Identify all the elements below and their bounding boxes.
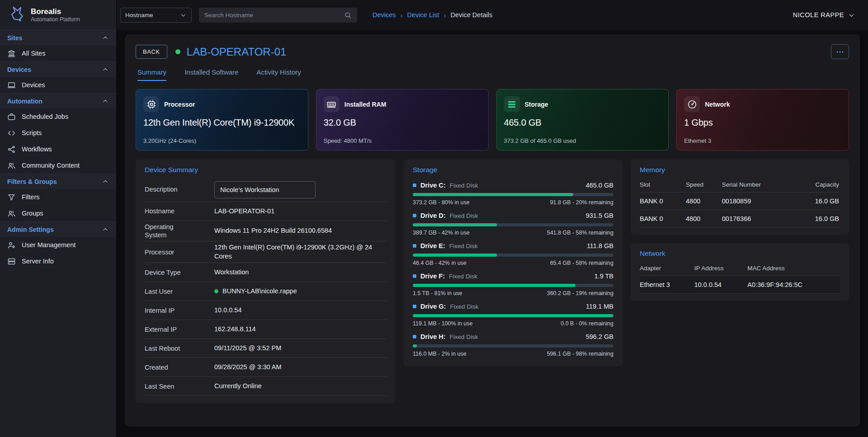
column-header: Slot — [640, 178, 686, 193]
tab-summary[interactable]: Summary — [137, 68, 166, 81]
stat-value: 12th Gen Intel(R) Core(TM) i9-12900K — [143, 117, 301, 128]
search-input[interactable] — [204, 12, 344, 19]
drive-bullet — [413, 244, 416, 248]
sidebar-item-label: Filters — [22, 193, 39, 201]
panel-title: Device Summary — [145, 166, 387, 174]
sidebar-section-devices[interactable]: Devices — [0, 61, 116, 77]
drive-type: Fixed Disk — [450, 334, 478, 340]
memory-capacity: 16.0 GB — [796, 193, 840, 210]
breadcrumb-devices[interactable]: Devices — [373, 11, 396, 19]
stat-value: 465.0 GB — [504, 117, 661, 128]
drive-remaining: 91.8 GB - 20% remaining — [550, 199, 613, 206]
sidebar-section-sites[interactable]: Sites — [0, 30, 116, 45]
summary-value: 12th Gen Intel(R) Core(TM) i9-12900K (3.… — [214, 243, 387, 261]
summary-value: 162.248.8.114 — [214, 325, 256, 334]
description-input[interactable] — [214, 181, 316, 198]
memory-panel: Memory Slot Speed Serial Number Capacity — [631, 160, 849, 235]
drive-bullet — [413, 335, 416, 338]
table-row: BANK 0 4800 00180859 16.0 GB — [640, 193, 840, 210]
sidebar-item-community-content[interactable]: Community Content — [0, 157, 116, 174]
summary-label: Created — [145, 363, 195, 371]
summary-value: LAB-OPERATOR-01 — [214, 207, 274, 216]
app-window: Borealis Automation Platform Sites All S… — [0, 0, 868, 437]
processor-card: Processor 12th Gen Intel(R) Core(TM) i9-… — [136, 89, 308, 150]
drive-used: 46.4 GB - 42% in use — [413, 260, 467, 266]
storage-panel: Storage Drive C: Fixed Disk 465.0 GB 373… — [404, 160, 623, 367]
back-button[interactable]: BACK — [136, 45, 167, 59]
stat-label: Processor — [164, 101, 195, 108]
summary-value: Windows 11 Pro 24H2 Build 26100.6584 — [214, 226, 332, 235]
sidebar-item-label: Workflows — [22, 146, 52, 153]
bank-icon — [7, 49, 16, 58]
drive-name: Drive G: — [420, 303, 446, 310]
sidebar-section-filters-groups[interactable]: Filters & Groups — [0, 174, 116, 189]
hostname-select[interactable]: Hostname — [120, 8, 192, 23]
summary-row-operating-system: Operating System Windows 11 Pro 24H2 Bui… — [145, 221, 387, 241]
section-label: Filters & Groups — [7, 178, 57, 185]
memory-slot: BANK 0 — [640, 193, 686, 210]
chevron-down-icon — [848, 11, 855, 19]
stacked-bars-icon — [504, 96, 520, 112]
network-adapter: Ethernet 3 — [640, 276, 694, 294]
summary-value: 09/11/2025 @ 3:52 PM — [214, 344, 281, 353]
sidebar-item-server-info[interactable]: Server Info — [0, 253, 116, 269]
breadcrumb-separator: › — [444, 11, 446, 19]
chevron-up-icon — [102, 178, 109, 185]
device-details-panel: BACK LAB-OPERATOR-01 Summary Installed S… — [125, 34, 860, 427]
table-row: Ethernet 3 10.0.0.54 A0:36:9F:94:26:5C — [640, 276, 840, 294]
chevron-up-icon — [102, 66, 109, 73]
sidebar: Borealis Automation Platform Sites All S… — [0, 0, 117, 437]
drive-used: 373.2 GB - 80% in use — [413, 199, 470, 206]
column-header: Speed — [686, 178, 722, 193]
sidebar-item-user-management[interactable]: User Management — [0, 237, 116, 253]
section-label: Devices — [7, 66, 31, 73]
memory-table: Slot Speed Serial Number Capacity BANK 0 — [640, 178, 840, 228]
server-icon — [7, 257, 16, 266]
column-header: Serial Number — [722, 178, 796, 193]
drive-size: 596.2 GB — [586, 333, 613, 340]
stat-footer: 373.2 GB of 465.0 GB used — [504, 137, 661, 144]
sidebar-item-scheduled-jobs[interactable]: Scheduled Jobs — [0, 108, 116, 125]
tab-activity-history[interactable]: Activity History — [256, 68, 301, 81]
column-header: MAC Address — [747, 261, 840, 276]
breadcrumb-device-list[interactable]: Device List — [407, 11, 439, 19]
summary-row-external-ip: External IP 162.248.8.114 — [145, 320, 387, 339]
section-label: Automation — [7, 98, 42, 105]
drive-type: Fixed Disk — [449, 243, 478, 249]
sidebar-item-all-sites[interactable]: All Sites — [0, 45, 116, 61]
sidebar-item-groups[interactable]: Groups — [0, 205, 116, 221]
sidebar-item-workflows[interactable]: Workflows — [0, 141, 116, 157]
stat-footer: Ethernet 3 — [684, 137, 841, 144]
memory-serial: 00176366 — [722, 210, 796, 228]
sidebar-item-scripts[interactable]: Scripts — [0, 125, 116, 141]
stat-label: Installed RAM — [344, 101, 387, 108]
sidebar-section-admin-settings[interactable]: Admin Settings — [0, 221, 116, 237]
summary-value: 10.0.0.54 — [214, 306, 241, 315]
topbar: Hostname Devices › Device List › Device … — [117, 0, 868, 30]
breadcrumb-current: Device Details — [451, 11, 493, 19]
sidebar-item-devices[interactable]: Devices — [0, 77, 116, 93]
column-header: Adapter — [640, 261, 694, 276]
section-label: Sites — [7, 34, 22, 42]
drive-usage-bar — [413, 284, 613, 287]
tab-installed-software[interactable]: Installed Software — [184, 68, 238, 81]
stat-cards: Processor 12th Gen Intel(R) Core(TM) i9-… — [136, 89, 849, 150]
user-menu[interactable]: NICOLE RAPPE — [793, 11, 855, 19]
sidebar-item-filters[interactable]: Filters — [0, 189, 116, 205]
section-label: Admin Settings — [7, 226, 54, 233]
device-summary-panel: Device Summary Description Hostname LAB-… — [136, 160, 396, 403]
brand-logo: Borealis Automation Platform — [0, 0, 116, 30]
people-icon — [7, 209, 16, 218]
network-panel: Network Adapter IP Address MAC Address — [631, 243, 849, 301]
sidebar-section-automation[interactable]: Automation — [0, 93, 116, 108]
memory-capacity: 16.0 GB — [796, 210, 840, 228]
sidebar-item-label: Server Info — [22, 258, 54, 265]
laptop-icon — [7, 81, 16, 89]
summary-label: Processor — [145, 248, 195, 256]
more-actions-button[interactable] — [831, 44, 849, 59]
summary-row-last-reboot: Last Reboot 09/11/2025 @ 3:52 PM — [145, 339, 387, 358]
summary-row-description: Description — [145, 178, 387, 202]
share-nodes-icon — [7, 145, 16, 154]
panel-title: Storage — [413, 166, 613, 174]
chevron-up-icon — [102, 226, 109, 233]
